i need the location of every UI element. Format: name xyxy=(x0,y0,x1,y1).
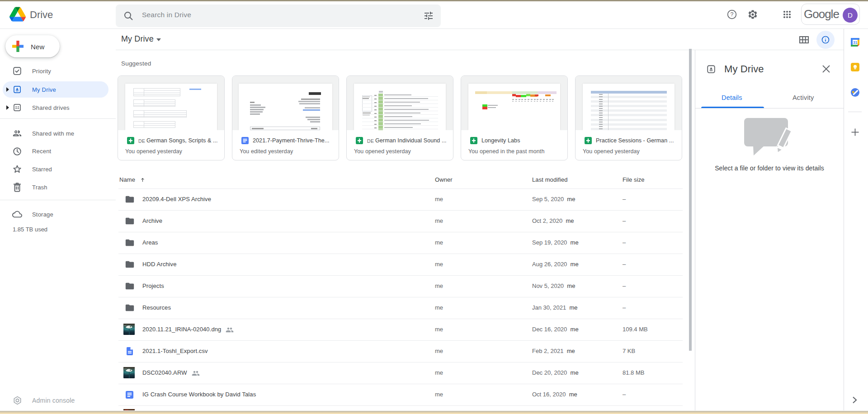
svg-text:?: ? xyxy=(731,11,734,18)
svg-text:31: 31 xyxy=(853,40,858,45)
